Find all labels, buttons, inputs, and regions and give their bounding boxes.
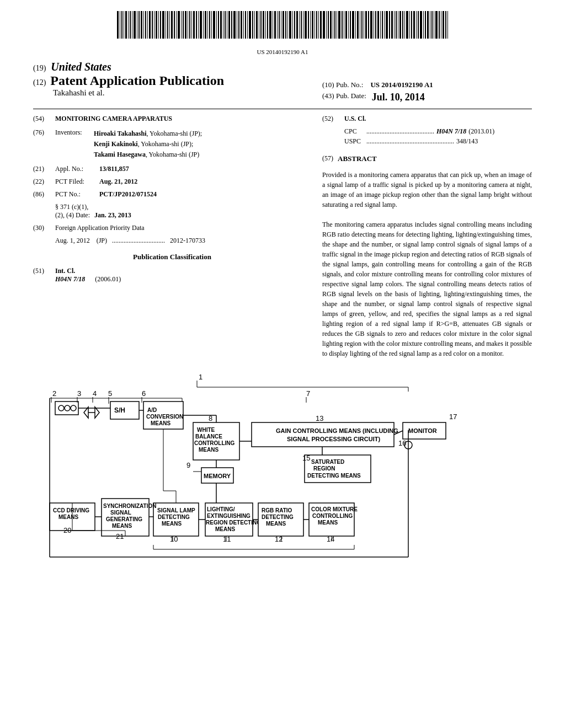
svg-rect-15 — [149, 11, 151, 39]
svg-rect-99 — [337, 11, 337, 39]
svg-rect-145 — [441, 11, 441, 39]
inventor-3: Takami Hasegawa — [94, 151, 146, 158]
svg-rect-135 — [418, 11, 419, 39]
svg-rect-55 — [238, 11, 239, 39]
uspc-label: USPC — [344, 137, 366, 146]
svg-rect-129 — [404, 11, 405, 39]
svg-rect-51 — [228, 11, 230, 39]
svg-text:DETECTING MEANS: DETECTING MEANS — [307, 473, 361, 479]
svg-rect-105 — [350, 11, 351, 39]
pct-no-label: PCT No.: — [55, 190, 99, 199]
pub-type-num: (12) — [33, 78, 46, 87]
svg-rect-50 — [227, 11, 227, 39]
svg-text:4: 4 — [93, 389, 97, 398]
svg-rect-78 — [289, 11, 291, 39]
foreign-number: 2012-170733 — [170, 237, 205, 244]
pct-no-num: (86) — [33, 190, 55, 199]
us-cl-label: U.S. Cl. — [344, 115, 366, 123]
svg-text:14: 14 — [327, 535, 334, 543]
svg-rect-114 — [370, 11, 372, 39]
svg-rect-72 — [277, 11, 278, 39]
svg-rect-93 — [323, 11, 325, 39]
svg-rect-23 — [167, 11, 168, 39]
svg-text:REGION DETECTING: REGION DETECTING — [206, 520, 261, 526]
abstract-num: (57) — [322, 154, 333, 167]
title-text: MONITORING CAMERA APPARATUS — [55, 115, 172, 123]
svg-rect-86 — [308, 11, 309, 39]
svg-text:WHITE: WHITE — [197, 427, 215, 433]
svg-rect-46 — [218, 11, 219, 39]
svg-rect-133 — [413, 11, 415, 39]
svg-text:MEANS: MEANS — [58, 514, 78, 520]
svg-rect-4 — [125, 11, 127, 39]
svg-marker-166 — [95, 407, 99, 418]
cpc-row: CPC ....................................… — [344, 127, 532, 136]
foreign-header-row: (30) Foreign Application Priority Data — [33, 224, 311, 232]
cpc-dots: ........................................… — [366, 127, 434, 136]
svg-text:COLOR MIXTURE: COLOR MIXTURE — [311, 506, 358, 512]
inventors-label: Inventors: — [55, 129, 94, 137]
svg-rect-142 — [434, 11, 434, 39]
svg-text:MEANS: MEANS — [318, 520, 338, 526]
inventors-list: Hiroaki Takahashi, Yokohama-shi (JP); Ke… — [94, 129, 202, 160]
svg-rect-146 — [443, 11, 444, 39]
svg-rect-22 — [166, 11, 166, 39]
svg-text:SYNCHRONIZATION: SYNCHRONIZATION — [103, 503, 156, 509]
svg-rect-79 — [292, 11, 293, 39]
uspc-dots: ........................................… — [366, 137, 454, 146]
svg-rect-24 — [169, 11, 170, 39]
svg-text:CONTROLLING: CONTROLLING — [194, 440, 235, 446]
country-label-num: (19) — [33, 64, 46, 72]
svg-rect-104 — [348, 11, 349, 39]
svg-rect-47 — [220, 11, 222, 39]
sh-label: S/H — [114, 406, 125, 414]
abstract-title: ABSTRACT — [338, 154, 377, 163]
svg-rect-141 — [431, 11, 433, 39]
svg-rect-121 — [386, 11, 388, 39]
svg-rect-2 — [121, 11, 122, 39]
pct-filed-value: Aug. 21, 2012 — [99, 178, 137, 186]
svg-rect-102 — [344, 11, 344, 39]
svg-rect-80 — [294, 11, 295, 39]
svg-rect-120 — [384, 11, 385, 39]
svg-rect-123 — [391, 11, 393, 39]
us-cl-section: (52) U.S. Cl. CPC ......................… — [322, 115, 532, 146]
svg-rect-10 — [138, 11, 140, 39]
svg-rect-148 — [447, 11, 448, 39]
svg-text:1: 1 — [199, 373, 202, 381]
svg-rect-26 — [174, 11, 175, 39]
svg-rect-144 — [439, 11, 440, 39]
svg-rect-18 — [156, 11, 157, 39]
svg-rect-92 — [320, 11, 322, 39]
foreign-date: Aug. 1, 2012 — [55, 237, 90, 244]
svg-rect-143 — [435, 11, 438, 39]
appl-num: (21) — [33, 165, 55, 173]
foreign-priority-section: (30) Foreign Application Priority Data A… — [33, 224, 311, 245]
svg-rect-57 — [243, 11, 244, 39]
svg-rect-0 — [117, 11, 119, 39]
pct-filed-row: (22) PCT Filed: Aug. 21, 2012 — [33, 178, 311, 186]
svg-rect-91 — [318, 11, 319, 39]
svg-rect-29 — [181, 11, 182, 39]
svg-text:GENERATING: GENERATING — [106, 516, 142, 522]
svg-rect-5 — [128, 11, 129, 39]
svg-rect-106 — [352, 11, 354, 39]
svg-rect-126 — [398, 11, 398, 39]
header-right: (10) Pub. No.: US 2014/0192190 A1 (43) P… — [322, 61, 532, 103]
svg-rect-19 — [158, 11, 159, 39]
svg-text:7: 7 — [306, 389, 310, 398]
svg-text:MEANS: MEANS — [162, 521, 182, 527]
svg-rect-89 — [315, 11, 315, 39]
section-371b-row: (2), (4) Date: Jan. 23, 2013 — [55, 211, 311, 220]
title-section: (54) MONITORING CAMERA APPARATUS — [33, 115, 311, 123]
svg-rect-139 — [427, 11, 429, 39]
svg-text:10: 10 — [170, 535, 178, 543]
svg-rect-108 — [357, 11, 359, 39]
svg-rect-127 — [399, 11, 401, 39]
cpc-value: H04N 7/18 — [436, 127, 466, 136]
svg-rect-31 — [185, 11, 186, 39]
svg-rect-12 — [143, 11, 144, 39]
svg-rect-40 — [205, 11, 206, 39]
svg-rect-85 — [305, 11, 307, 39]
pub-num-line: (10) Pub. No.: US 2014/0192190 A1 — [322, 81, 532, 89]
